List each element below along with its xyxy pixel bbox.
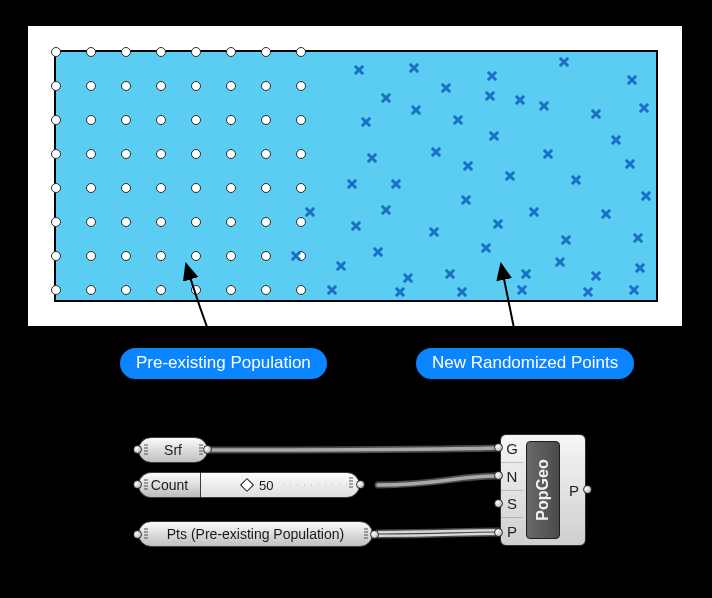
grid-point [51,47,61,57]
pin-icon[interactable] [203,445,212,454]
grid-point [51,183,61,193]
grid-point [121,217,131,227]
grid-point [51,81,61,91]
grid-point [296,115,306,125]
random-point [443,267,457,281]
popgeo-input-p[interactable]: P [501,518,523,545]
random-point [393,285,407,299]
popgeo-output-p[interactable]: P [563,435,585,545]
grasshopper-definition: Srf Count 50 Pts (Pre-ex [130,430,598,570]
random-point [461,159,475,173]
random-point [365,151,379,165]
popgeo-inputs: G N S P [501,435,523,545]
grid-point [86,81,96,91]
random-point [627,283,641,297]
random-point [599,207,613,221]
grid-point [156,81,166,91]
pin-icon[interactable] [494,528,503,537]
param-count-slider[interactable]: Count 50 [138,472,360,498]
grid-point [121,149,131,159]
label-randomized: New Randomized Points [416,348,634,379]
pin-icon[interactable] [494,499,503,508]
grid-point [226,115,236,125]
slider-track[interactable]: 50 [200,472,360,498]
grid-point [296,149,306,159]
grid-point [51,217,61,227]
random-point [439,81,453,95]
random-point [429,145,443,159]
grid-point [261,183,271,193]
surface-field [54,50,658,302]
grid-point [226,217,236,227]
label-preexisting: Pre-existing Population [120,348,327,379]
random-point [623,157,637,171]
grip-icon [142,478,150,496]
random-point [515,283,529,297]
pin-icon[interactable] [133,480,142,489]
illustration-panel [28,26,682,326]
grid-point [86,115,96,125]
pin-icon[interactable] [370,530,379,539]
pin-icon[interactable] [133,530,142,539]
random-point [557,55,571,69]
grid-point [86,47,96,57]
grid-point [261,251,271,261]
grid-point [121,115,131,125]
grid-point [86,285,96,295]
random-point [631,231,645,245]
param-pts[interactable]: Pts (Pre-existing Population) [138,521,373,547]
pin-icon[interactable] [356,480,365,489]
grid-point [296,183,306,193]
pin-icon[interactable] [583,485,592,494]
pin-icon[interactable] [494,443,503,452]
grid-point [51,115,61,125]
random-point [513,93,527,107]
pin-icon[interactable] [133,445,142,454]
grid-point [51,149,61,159]
slider-thumb-icon[interactable] [240,478,254,492]
random-point [559,233,573,247]
random-point [479,241,493,255]
param-pts-label: Pts (Pre-existing Population) [152,526,359,542]
popgeo-input-g[interactable]: G [501,435,523,463]
grid-point [226,81,236,91]
grid-point [121,81,131,91]
random-point [569,173,583,187]
random-point [485,69,499,83]
random-point [334,259,348,273]
random-point [487,129,501,143]
random-point [455,285,469,299]
grid-point [296,81,306,91]
popgeo-component[interactable]: G N S P PopGeo P [500,434,586,546]
grid-point [261,81,271,91]
random-point [389,177,403,191]
grid-point [226,149,236,159]
random-point [553,255,567,269]
grid-point [86,149,96,159]
random-point [541,147,555,161]
grid-point [191,149,201,159]
popgeo-input-n[interactable]: N [501,463,523,491]
grid-point [261,115,271,125]
grid-point [261,217,271,227]
random-point [401,271,415,285]
pin-icon[interactable] [494,471,503,480]
grid-point [156,285,166,295]
param-srf[interactable]: Srf [138,437,208,463]
random-point [349,219,363,233]
popgeo-name: PopGeo [526,441,560,539]
random-point [537,99,551,113]
random-point [379,91,393,105]
random-point [409,103,423,117]
random-point [527,205,541,219]
random-point [519,267,533,281]
random-point [289,249,303,263]
random-point [371,245,385,259]
grid-point [191,115,201,125]
slider-value: 50 [259,478,273,493]
popgeo-input-s[interactable]: S [501,491,523,519]
random-point [589,107,603,121]
random-point [589,269,603,283]
grid-point [261,285,271,295]
random-point [352,63,366,77]
